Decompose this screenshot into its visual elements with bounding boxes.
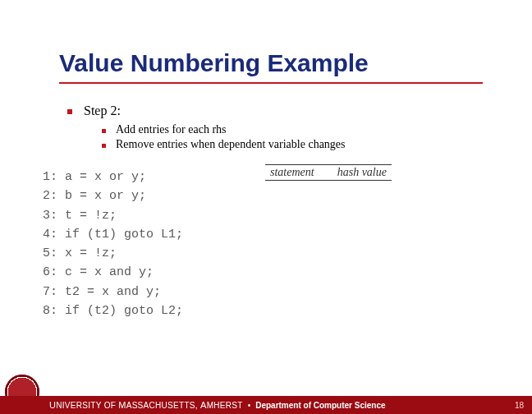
footer-separator: • xyxy=(248,401,251,410)
code-line: 1: a = x or y; xyxy=(43,170,146,184)
code-line: 8: if (t2) goto L2; xyxy=(43,304,183,318)
sub-bullet-text: Remove entries when dependent variable c… xyxy=(116,138,346,151)
code-line: 6: c = x and y; xyxy=(43,265,154,279)
footer-university: UNIVERSITY OF MASSACHUSETTS, AMHERST xyxy=(49,400,243,410)
col-hash-value: hash value xyxy=(326,165,392,180)
sub-bullet-text: Add entries for each rhs xyxy=(116,123,227,136)
square-bullet-icon xyxy=(102,129,106,133)
footer-bar: UNIVERSITY OF MASSACHUSETTS, AMHERST • D… xyxy=(0,396,532,414)
code-line: 4: if (t1) goto L1; xyxy=(43,228,183,242)
col-statement: statement xyxy=(265,165,326,180)
hash-table-header: statement hash value xyxy=(265,164,392,181)
slide-title: Value Numbering Example xyxy=(59,49,483,84)
page-number: 18 xyxy=(515,401,524,410)
code-line: 5: x = !z; xyxy=(43,246,117,260)
code-block: 1: a = x or y; 2: b = x or y; 3: t = !z;… xyxy=(43,168,183,320)
code-line: 2: b = x or y; xyxy=(43,189,146,203)
sub-bullet: Add entries for each rhs xyxy=(102,123,483,136)
content-row: 1: a = x or y; 2: b = x or y; 3: t = !z;… xyxy=(59,168,483,320)
bullet-text: Step 2: xyxy=(84,104,121,118)
slide-body: Value Numbering Example Step 2: Add entr… xyxy=(0,0,532,320)
square-bullet-icon xyxy=(67,109,72,114)
table-header-row: statement hash value xyxy=(265,164,392,181)
sub-bullet: Remove entries when dependent variable c… xyxy=(102,138,483,151)
code-line: 7: t2 = x and y; xyxy=(43,285,161,299)
footer-department: Department of Computer Science xyxy=(255,401,385,410)
code-line: 3: t = !z; xyxy=(43,209,117,223)
square-bullet-icon xyxy=(102,144,106,148)
bullet-step: Step 2: xyxy=(67,104,483,118)
